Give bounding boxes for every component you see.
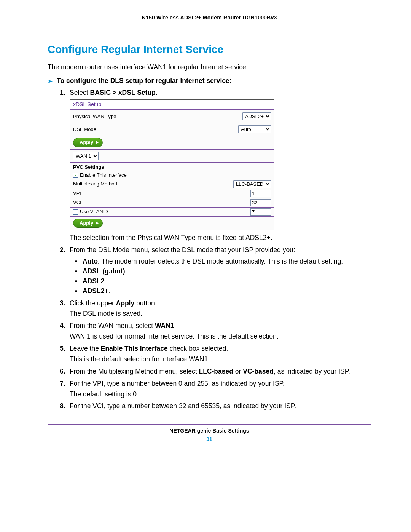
step-2-bullet-adsl2: ADSL2. (75, 277, 371, 286)
multiplexing-method-select[interactable]: LLC-BASED (233, 180, 271, 188)
step-1-select: Select (70, 89, 90, 96)
apply-button-label-2: Apply (80, 220, 93, 226)
step-1-path: BASIC > xDSL Setup (90, 89, 156, 96)
check-icon: ✓ (73, 173, 78, 178)
wan-select[interactable]: WAN 1 (73, 152, 99, 160)
intro-text: The modem router uses interface WAN1 for… (48, 63, 371, 72)
section-title: Configure Regular Internet Service (48, 43, 371, 56)
use-vlanid-checkbox[interactable]: Use VLANID (73, 209, 108, 215)
dsl-mode-select[interactable]: Auto (238, 125, 271, 133)
apply-button-label: Apply (80, 139, 93, 145)
footer-chapter: NETGEAR genie Basic Settings (48, 428, 371, 434)
xdsl-setup-screenshot: xDSL Setup Physical WAN Type ADSL2+ DSL … (70, 99, 274, 230)
step-2: From the DSL Mode menu, select the DSL m… (60, 246, 371, 295)
use-vlanid-label: Use VLANID (80, 209, 108, 215)
step-4: From the WAN menu, select WAN1. WAN 1 is… (60, 322, 371, 341)
step-2-bullet-adsl-gdmt: ADSL (g.dmt). (75, 267, 371, 276)
step-3: Click the upper Apply button. The DSL mo… (60, 299, 371, 318)
step-1-note: The selection from the Physical WAN Type… (70, 234, 371, 242)
physical-wan-type-label: Physical WAN Type (73, 113, 242, 120)
doc-header: N150 Wireless ADSL2+ Modem Router DGN100… (48, 14, 371, 21)
checkbox-icon (73, 209, 78, 215)
step-2-bullet-adsl2plus: ADSL2+. (75, 287, 371, 296)
dsl-mode-label: DSL Mode (73, 126, 238, 133)
step-2-lead: From the DSL Mode menu, select the DSL m… (70, 246, 295, 254)
pvc-settings-heading: PVC Settings (70, 163, 274, 171)
step-7: For the VPI, type a number between 0 and… (60, 380, 371, 399)
ui-panel-title: xDSL Setup (70, 100, 274, 110)
play-icon: ▶ (96, 221, 99, 225)
step-6: From the Multiplexing Method menu, selec… (60, 367, 371, 376)
step-5: Leave the Enable This Interface check bo… (60, 345, 371, 364)
step-5-note: This is the default selection for interf… (70, 355, 371, 364)
multiplexing-method-label: Multiplexing Method (73, 181, 117, 187)
apply-button-upper[interactable]: Apply ▶ (73, 138, 103, 147)
procedure-arrow-icon: ➢ (48, 77, 53, 85)
step-3-note: The DSL mode is saved. (70, 310, 371, 318)
vci-label: VCI (73, 200, 81, 206)
procedure-lead-text: To configure the DLS setup for regular I… (57, 77, 232, 85)
vpi-label: VPI (73, 190, 81, 197)
step-7-note: The default setting is 0. (70, 390, 371, 399)
vlanid-input[interactable] (250, 208, 271, 216)
vpi-input[interactable] (250, 190, 271, 197)
play-icon: ▶ (96, 141, 99, 144)
vci-input[interactable] (250, 199, 271, 206)
enable-interface-label: Enable This Interface (80, 172, 127, 178)
enable-interface-checkbox[interactable]: ✓ Enable This Interface (73, 172, 127, 178)
step-1: Select BASIC > xDSL Setup. xDSL Setup Ph… (60, 89, 371, 242)
step-2-bullet-auto: Auto. The modem router detects the DSL m… (75, 257, 371, 266)
step-8: For the VCI, type a number between 32 an… (60, 402, 371, 411)
page-number: 31 (48, 436, 371, 442)
physical-wan-type-select[interactable]: ADSL2+ (242, 112, 271, 120)
apply-button-lower[interactable]: Apply ▶ (73, 219, 103, 228)
step-4-note: WAN 1 is used for normal Internet servic… (70, 332, 371, 341)
